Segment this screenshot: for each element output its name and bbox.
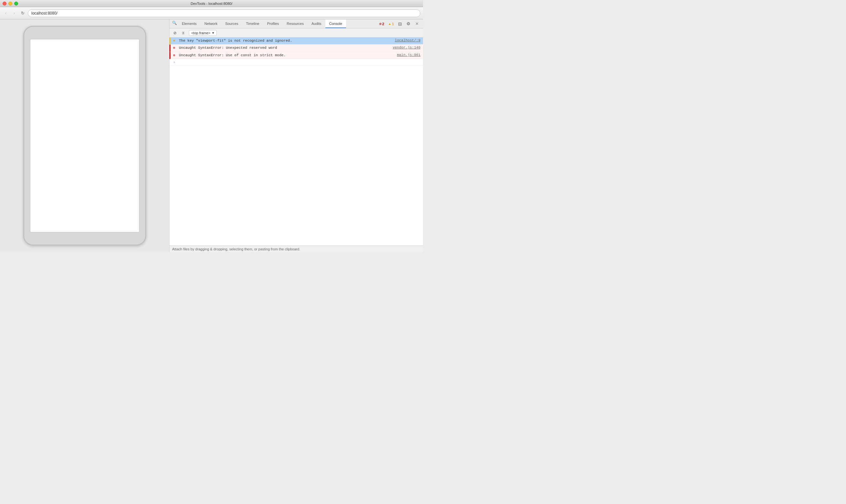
tab-network[interactable]: Network — [201, 19, 221, 28]
message-text-3: Uncaught SyntaxError: Use of const in st… — [179, 53, 397, 58]
devtools-bottom-bar: Attach files by dragging & dropping, sel… — [170, 246, 423, 252]
console-message-error-1[interactable]: ⊗ Uncaught SyntaxError: Unexpected reser… — [170, 44, 423, 52]
warning-badge[interactable]: ▲ 1 — [387, 22, 395, 26]
devtools-right-icons: ⊗ 2 ▲ 1 ⊟ ⚙ ✕ — [376, 19, 422, 28]
console-clear-button[interactable]: ⊘ — [172, 30, 178, 36]
console-filter-button[interactable]: ⧖ — [180, 30, 186, 36]
tab-timeline[interactable]: Timeline — [242, 19, 263, 28]
tab-console[interactable]: Console — [325, 19, 346, 28]
console-prompt[interactable]: › — [170, 59, 423, 66]
traffic-lights[interactable] — [3, 2, 18, 5]
prompt-icon: › — [173, 60, 177, 64]
tab-elements[interactable]: Elements — [178, 19, 201, 28]
message-source-3[interactable]: main.js:961 — [397, 53, 420, 57]
title-bar: DevTools - localhost:8080/ — [0, 0, 423, 7]
minimize-button[interactable] — [8, 2, 12, 5]
tab-profiles[interactable]: Profiles — [263, 19, 283, 28]
console-message-warning-1[interactable]: ▲ The key "viewport-fit" is not recogniz… — [170, 37, 423, 44]
search-icon[interactable]: 🔍 — [171, 19, 178, 26]
tab-sources[interactable]: Sources — [221, 19, 242, 28]
message-text-1: The key "viewport-fit" is not recognized… — [179, 38, 395, 43]
error-badge[interactable]: ⊗ 2 — [378, 22, 385, 26]
warning-icon-1: ▲ — [173, 39, 177, 42]
browser-viewport — [0, 19, 169, 252]
back-button[interactable]: ‹ — [3, 10, 9, 17]
browser-toolbar: ‹ › ↻ localhost:8080/ — [0, 7, 423, 19]
error-icon-2: ⊗ — [173, 53, 177, 57]
console-messages: ▲ The key "viewport-fit" is not recogniz… — [170, 37, 423, 246]
console-message-error-2[interactable]: ⊗ Uncaught SyntaxError: Use of const in … — [170, 52, 423, 59]
settings-icon[interactable]: ⚙ — [405, 20, 412, 28]
message-source-2[interactable]: vendor.js:140 — [393, 46, 420, 50]
reload-button[interactable]: ↻ — [19, 10, 26, 17]
main-content: 🔍 Elements Network Sources Timeline Prof… — [0, 19, 423, 252]
device-screen — [30, 39, 140, 233]
tab-audits[interactable]: Audits — [308, 19, 325, 28]
frame-selector[interactable]: <top frame> ▼ — [189, 30, 217, 36]
forward-button[interactable]: › — [11, 10, 17, 17]
device-frame — [23, 26, 146, 246]
devtools-panel: 🔍 Elements Network Sources Timeline Prof… — [169, 19, 423, 252]
breakpoints-icon[interactable]: ⊟ — [396, 20, 403, 28]
dock-icon[interactable]: ✕ — [413, 20, 420, 28]
devtools-tabs: 🔍 Elements Network Sources Timeline Prof… — [170, 19, 423, 29]
error-icon-1: ⊗ — [173, 46, 177, 50]
window-title: DevTools - localhost:8080/ — [190, 2, 232, 5]
close-button[interactable] — [3, 2, 6, 5]
tab-resources[interactable]: Resources — [283, 19, 308, 28]
message-text-2: Uncaught SyntaxError: Unexpected reserve… — [179, 46, 393, 50]
console-toolbar: ⊘ ⧖ <top frame> ▼ — [170, 29, 423, 37]
address-bar[interactable]: localhost:8080/ — [28, 10, 420, 17]
maximize-button[interactable] — [14, 2, 18, 5]
message-source-1[interactable]: localhost/:9 — [395, 38, 420, 42]
